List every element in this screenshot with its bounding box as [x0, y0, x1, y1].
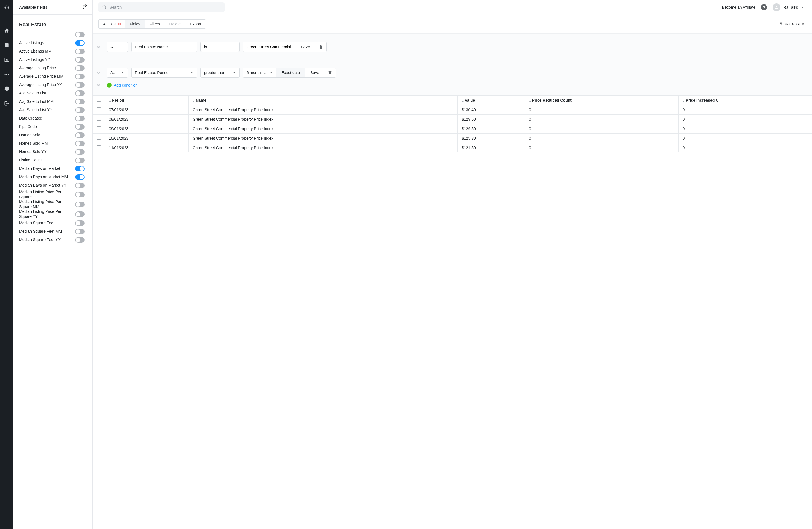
field-toggle[interactable]	[75, 202, 85, 207]
notebook-icon[interactable]	[3, 42, 10, 48]
field-label: Avg Sale to List MM	[19, 99, 55, 104]
operator-select[interactable]: is	[201, 42, 240, 52]
value-group: 6 months agoExact dateSave	[243, 68, 336, 78]
row-checkbox[interactable]	[97, 145, 101, 149]
value-select[interactable]: 6 months ago	[243, 68, 276, 78]
tab-all-data[interactable]: All Data	[98, 19, 125, 29]
search-box[interactable]	[98, 2, 224, 12]
operator-select[interactable]: greater than	[201, 68, 240, 78]
main: Become an Affiliate ? RJ Talks All Data …	[93, 0, 812, 529]
nav-rail	[0, 0, 13, 529]
table-row: 10/01/2023Green Street Commercial Proper…	[93, 133, 812, 143]
save-button[interactable]: Save	[305, 68, 324, 78]
row-checkbox[interactable]	[97, 136, 101, 140]
logic-select[interactable]: A…	[107, 42, 128, 52]
cell-period: 09/01/2023	[105, 124, 189, 133]
row-checkbox[interactable]	[97, 126, 101, 130]
column-header[interactable]: .::Name	[188, 96, 458, 105]
chart-icon[interactable]	[3, 56, 10, 63]
save-button[interactable]: Save	[296, 42, 315, 52]
field-toggle[interactable]	[75, 158, 85, 163]
delete-filter-button[interactable]	[324, 68, 336, 78]
field-select[interactable]: Real Estate: Period	[131, 68, 197, 78]
field-toggle[interactable]	[75, 124, 85, 130]
add-condition-button[interactable]: + Add condition	[107, 83, 804, 88]
field-toggle[interactable]	[75, 107, 85, 113]
field-label: Avg Sale to List	[19, 91, 48, 96]
filter-node	[98, 72, 100, 74]
field-toggle[interactable]	[75, 116, 85, 121]
field-toggle[interactable]	[75, 99, 85, 104]
field-toggle[interactable]	[75, 57, 85, 62]
cell-name: Green Street Commercial Property Price I…	[188, 124, 458, 133]
field-toggle[interactable]	[75, 82, 85, 88]
sidebar-body: Real Estate Active ListingsActive Listin…	[13, 15, 92, 529]
field-toggle[interactable]	[75, 212, 85, 217]
sort-icon: .::	[109, 99, 110, 102]
filter-tree-line	[99, 47, 99, 85]
field-select[interactable]: Real Estate: Name	[131, 42, 197, 52]
field-row: Avg Sale to List YY	[19, 106, 91, 114]
field-toggle[interactable]	[75, 141, 85, 146]
logic-select[interactable]: A…	[107, 68, 128, 78]
cell-pic: 0	[679, 124, 812, 133]
tab-filters[interactable]: Filters	[145, 19, 165, 29]
delete-filter-button[interactable]	[315, 42, 327, 52]
gear-icon[interactable]	[3, 85, 10, 92]
field-row: Median Days on Market	[19, 165, 91, 173]
affiliate-link[interactable]: Become an Affiliate	[722, 5, 756, 10]
field-toggle[interactable]	[75, 166, 85, 171]
field-toggle[interactable]	[75, 192, 85, 198]
field-toggle[interactable]	[75, 237, 85, 243]
row-checkbox[interactable]	[97, 107, 101, 111]
field-toggle[interactable]	[75, 132, 85, 138]
help-icon[interactable]: ?	[761, 4, 767, 10]
field-toggle[interactable]	[75, 149, 85, 155]
tab-delete[interactable]: Delete	[165, 19, 185, 29]
logout-icon[interactable]	[3, 100, 10, 107]
add-condition-label: Add condition	[114, 83, 137, 87]
exact-date-button[interactable]: Exact date	[276, 68, 305, 78]
row-checkbox[interactable]	[97, 117, 101, 121]
column-header[interactable]: .::Period	[105, 96, 189, 105]
field-toggle[interactable]	[75, 183, 85, 188]
field-toggle[interactable]	[75, 40, 85, 46]
field-toggle[interactable]	[75, 229, 85, 234]
field-toggle[interactable]	[75, 74, 85, 79]
field-toggle[interactable]	[75, 48, 85, 54]
tab-group: All Data Fields Filters Delete Export	[98, 19, 206, 29]
field-label: Active Listings MM	[19, 49, 53, 54]
sort-icon: .::	[682, 99, 684, 102]
cell-value: $129.50	[458, 115, 525, 124]
logo-icon[interactable]	[3, 4, 10, 11]
column-header[interactable]: .::Price Increased C	[679, 96, 812, 105]
user-menu[interactable]: RJ Talks	[773, 3, 804, 11]
swap-icon[interactable]	[82, 4, 87, 10]
cell-prc: 0	[525, 143, 679, 153]
cell-period: 07/01/2023	[105, 105, 189, 115]
select-all-checkbox[interactable]	[97, 98, 101, 102]
cell-pic: 0	[679, 133, 812, 143]
column-header[interactable]: .::Price Reduced Count	[525, 96, 679, 105]
field-row: Homes Sold YY	[19, 148, 91, 156]
field-toggle[interactable]	[75, 65, 85, 71]
value-group: Save	[243, 42, 327, 52]
field-toggle[interactable]	[75, 174, 85, 180]
field-toggle[interactable]	[75, 32, 85, 38]
chevron-down-icon	[801, 5, 804, 9]
value-input[interactable]	[243, 42, 296, 52]
plus-icon: +	[107, 83, 112, 88]
tab-fields[interactable]: Fields	[125, 19, 145, 29]
tab-export[interactable]: Export	[185, 19, 206, 29]
more-icon[interactable]	[3, 71, 10, 78]
home-icon[interactable]	[3, 27, 10, 34]
field-toggle[interactable]	[75, 220, 85, 226]
field-row	[19, 30, 91, 39]
field-label: Average Listing Price YY	[19, 82, 64, 87]
search-input[interactable]	[110, 5, 221, 10]
field-label: Listing Count	[19, 158, 44, 163]
column-header[interactable]: .::Value	[458, 96, 525, 105]
field-toggle[interactable]	[75, 90, 85, 96]
field-row: Median Days on Market MM	[19, 173, 91, 181]
field-row: Avg Sale to List MM	[19, 98, 91, 106]
